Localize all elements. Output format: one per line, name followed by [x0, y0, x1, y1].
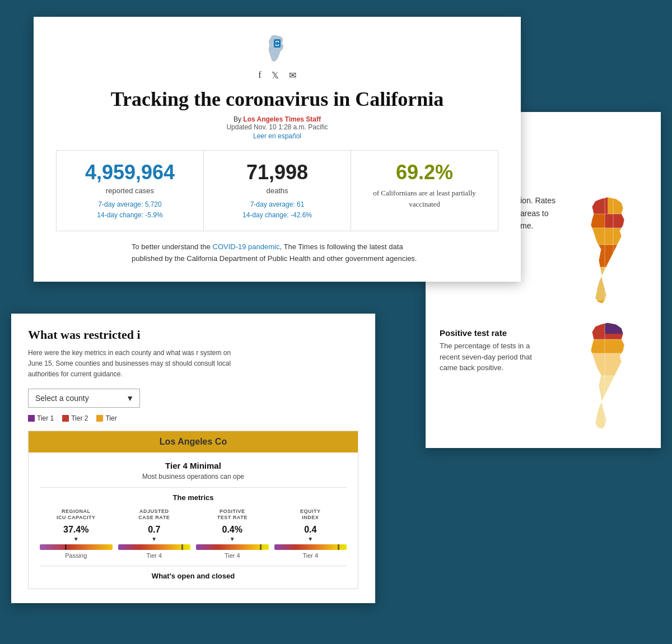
- icu-value: 37.4%: [40, 525, 113, 535]
- tier3-legend: Tier: [96, 414, 116, 422]
- case-rate-label: ADJUSTEDCASE RATE: [118, 508, 191, 521]
- stat-deaths: 71,998 deaths 7-day average: 6114-day ch…: [204, 151, 351, 231]
- page-title: Tracking the coronavirus in California: [56, 87, 498, 111]
- tier1-legend: Tier 1: [28, 414, 54, 422]
- stats-row: 4,959,964 reported cases 7-day average: …: [56, 150, 498, 231]
- stat-vaccinated: 69.2% of Californians are at least parti…: [351, 151, 498, 231]
- ca-map-1: [568, 194, 647, 309]
- case-rate-arrow: ▼: [118, 536, 191, 542]
- metric-equity: EQUITYINDEX 0.4 ▼ Tier 4: [274, 508, 347, 559]
- case-rate-tier: Tier 4: [118, 552, 191, 559]
- equity-label: EQUITYINDEX: [274, 508, 347, 521]
- vaccinated-label: of Californians are at least partially v…: [362, 188, 487, 209]
- whats-open: What's open and closed: [40, 566, 347, 580]
- map2-text: Positive test rate The percentage of tes…: [440, 320, 568, 379]
- select-chevron-icon: ▼: [126, 394, 134, 403]
- byline-link[interactable]: Leer en español: [56, 132, 498, 140]
- tier2-dot: [62, 415, 69, 422]
- bottom-title: What was restricted i: [28, 328, 358, 342]
- test-rate-arrow: ▼: [196, 536, 269, 542]
- ca-health-icon: [263, 34, 291, 64]
- la-county-card: Los Angeles Co Tier 4 Minimal Most busin…: [28, 431, 358, 589]
- svg-rect-7: [605, 214, 624, 228]
- stat-cases: 4,959,964 reported cases 7-day average: …: [57, 151, 204, 231]
- cases-sub: 7-day average: 5,72014-day change: -5.9%: [68, 199, 192, 221]
- test-rate-value: 0.4%: [196, 525, 269, 535]
- email-icon[interactable]: ✉: [289, 70, 296, 81]
- map2-section: Positive test rate The percentage of tes…: [440, 320, 647, 434]
- svg-rect-3: [276, 43, 279, 44]
- equity-arrow: ▼: [274, 536, 347, 542]
- test-rate-tier: Tier 4: [196, 552, 269, 559]
- metrics-divider: [40, 487, 347, 488]
- metric-case-rate: ADJUSTEDCASE RATE 0.7 ▼ Tier 4: [118, 508, 191, 559]
- county-select[interactable]: Select a county ▼: [28, 389, 140, 408]
- la-county-header: Los Angeles Co: [29, 431, 358, 452]
- covid-link[interactable]: COVID-19 pandemic: [213, 242, 280, 251]
- la-tier-label: Tier 4 Minimal: [40, 461, 347, 470]
- map2-title: Positive test rate: [440, 328, 568, 338]
- map2-desc: The percentage of tests in a recent seve…: [440, 340, 552, 374]
- svg-rect-22: [594, 376, 622, 429]
- test-rate-label: POSITIVETEST RATE: [196, 508, 269, 521]
- logo-area: [56, 34, 498, 64]
- svg-rect-5: [608, 197, 624, 214]
- tier1-dot: [28, 415, 35, 422]
- cases-number: 4,959,964: [68, 161, 192, 184]
- bottom-desc: Here were the key metrics in each county…: [28, 348, 241, 380]
- equity-value: 0.4: [274, 525, 347, 535]
- icu-bar: [40, 544, 113, 550]
- byline-author: Los Angeles Times Staff: [243, 115, 321, 123]
- icu-tier: Passing: [40, 552, 113, 559]
- ca-map-svg-2: [568, 320, 647, 432]
- cases-label: reported cases: [68, 186, 192, 195]
- bottom-card: What was restricted i Here were the key …: [11, 314, 375, 603]
- byline-prefix: By: [234, 115, 243, 123]
- la-county-body: Tier 4 Minimal Most business operations …: [29, 452, 358, 589]
- metric-icu: REGIONALICU CAPACITY 37.4% ▼ Passing: [40, 508, 113, 559]
- equity-bar: [274, 544, 347, 550]
- facebook-icon[interactable]: f: [258, 70, 261, 81]
- tier3-dot: [96, 415, 103, 422]
- tier-legend: Tier 1 Tier 2 Tier: [28, 414, 358, 422]
- icu-arrow: ▼: [40, 536, 113, 542]
- vaccinated-number: 69.2%: [362, 161, 487, 184]
- test-rate-bar: [196, 544, 269, 550]
- case-rate-bar: [118, 544, 191, 550]
- svg-rect-9: [594, 245, 622, 267]
- social-icons: f 𝕏 ✉: [56, 70, 498, 81]
- equity-tier: Tier 4: [274, 552, 347, 559]
- icu-label: REGIONALICU CAPACITY: [40, 508, 113, 521]
- deaths-sub: 7-day average: 6114-day change: -42.6%: [215, 199, 339, 221]
- main-card: f 𝕏 ✉ Tracking the coronavirus in Califo…: [34, 17, 521, 282]
- description-text: To better understand the COVID-19 pandem…: [132, 241, 423, 265]
- byline: By Los Angeles Times Staff Updated Nov. …: [56, 115, 498, 140]
- metrics-title: The metrics: [40, 493, 347, 502]
- metric-test-rate: POSITIVETEST RATE 0.4% ▼ Tier 4: [196, 508, 269, 559]
- svg-rect-8: [591, 228, 624, 245]
- ca-map-2: [568, 320, 647, 434]
- county-select-label: Select a county: [35, 394, 89, 403]
- byline-date: Updated Nov. 10 1:28 a.m. Pacific: [226, 123, 328, 131]
- case-rate-value: 0.7: [118, 525, 191, 535]
- tier2-legend: Tier 2: [62, 414, 88, 422]
- ca-map-svg-1: [568, 194, 647, 306]
- deaths-label: deaths: [215, 186, 339, 195]
- la-tier-desc: Most business operations can ope: [40, 473, 347, 480]
- metrics-row: REGIONALICU CAPACITY 37.4% ▼ Passing ADJ…: [40, 508, 347, 559]
- deaths-number: 71,998: [215, 161, 339, 184]
- svg-rect-20: [591, 339, 624, 353]
- twitter-icon[interactable]: 𝕏: [272, 70, 279, 81]
